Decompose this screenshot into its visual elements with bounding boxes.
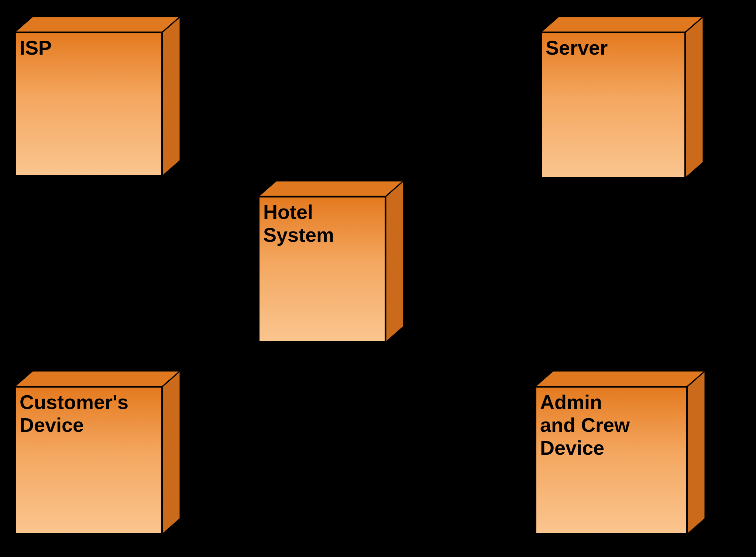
node-server-label: Server xyxy=(546,36,681,59)
svg-marker-5 xyxy=(162,17,180,176)
node-hotel-label: Hotel System xyxy=(263,200,381,246)
node-isp-label: ISP xyxy=(20,36,158,59)
svg-marker-12 xyxy=(535,371,705,386)
svg-marker-11 xyxy=(162,371,180,534)
svg-line-3 xyxy=(401,306,539,424)
node-customer-label: Customer's Device xyxy=(20,391,158,436)
svg-marker-13 xyxy=(687,371,705,534)
svg-marker-4 xyxy=(15,17,180,32)
svg-marker-8 xyxy=(258,181,403,196)
svg-marker-7 xyxy=(685,17,703,178)
svg-marker-9 xyxy=(386,181,403,342)
svg-line-1 xyxy=(401,137,543,221)
svg-marker-6 xyxy=(541,17,703,32)
svg-marker-10 xyxy=(15,371,180,386)
node-admin-label: Admin and Crew Device xyxy=(540,391,683,459)
